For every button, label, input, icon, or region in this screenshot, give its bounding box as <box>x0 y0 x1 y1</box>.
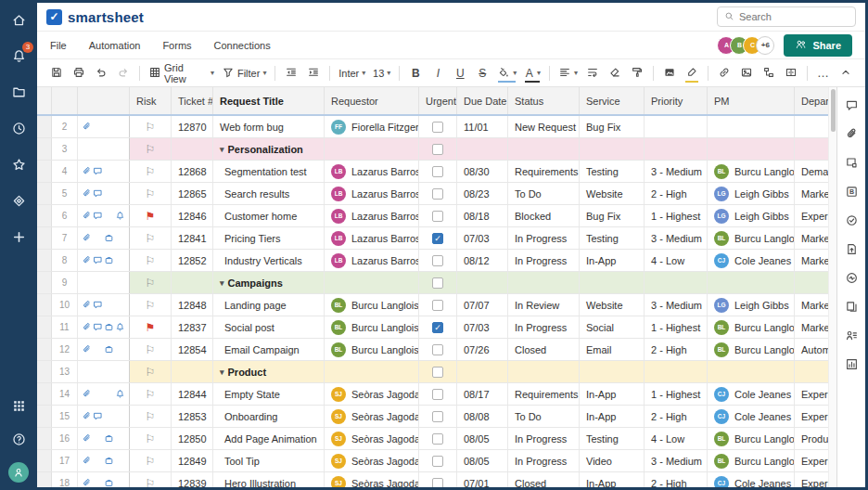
flag-outline-icon[interactable]: ⚐ <box>146 411 156 422</box>
request-title-cell[interactable]: Landing page <box>213 294 325 316</box>
collapse-toolbar-button[interactable] <box>836 63 856 84</box>
flag-outline-icon[interactable]: ⚐ <box>146 122 156 133</box>
urgent-checkbox[interactable] <box>419 183 457 204</box>
flag-outline-icon[interactable]: ⚐ <box>146 300 156 311</box>
risk-flag[interactable]: ⚐ <box>130 161 172 182</box>
comment-icon[interactable] <box>92 411 103 421</box>
service-cell[interactable]: Bug Fix <box>580 116 645 137</box>
attachment-icon[interactable] <box>81 211 92 221</box>
proof-icon[interactable] <box>104 456 115 466</box>
search-input[interactable] <box>739 11 849 22</box>
folder-icon[interactable] <box>8 82 29 102</box>
risk-flag[interactable]: ⚐ <box>130 339 172 360</box>
service-cell[interactable]: Testing <box>580 428 645 449</box>
flag-outline-icon[interactable]: ⚐ <box>146 166 156 177</box>
service-cell[interactable]: Social <box>580 316 645 338</box>
align-button[interactable]: ▾ <box>555 63 581 84</box>
bell-icon[interactable]: 3 <box>8 45 29 66</box>
view-switcher[interactable]: Grid View ▾ <box>146 63 217 84</box>
due-date-cell[interactable] <box>457 361 508 382</box>
due-date-cell[interactable]: 07/03 <box>457 227 508 249</box>
due-date-cell[interactable]: 08/17 <box>457 383 508 405</box>
column-header-status[interactable]: Status <box>508 87 580 114</box>
requestor-cell[interactable]: LBLazarus Barros <box>325 183 419 204</box>
risk-flag[interactable]: ⚐ <box>130 428 172 449</box>
request-title-cell[interactable]: Email Campaign <box>213 339 325 360</box>
comment-icon[interactable] <box>92 300 103 310</box>
save-button[interactable] <box>46 63 67 84</box>
brandfolder-icon[interactable]: B <box>843 183 860 200</box>
requestor-cell[interactable]: LBLazarus Barros <box>325 250 419 271</box>
flag-outline-icon[interactable]: ⚐ <box>146 478 156 488</box>
pm-cell[interactable]: BLBurcu Langlois <box>708 161 795 182</box>
row-number[interactable]: 10 <box>52 294 78 316</box>
risk-flag[interactable]: ⚐ <box>130 250 172 271</box>
wrap-text-button[interactable] <box>582 63 603 84</box>
comment-icon[interactable] <box>92 166 103 176</box>
risk-flag[interactable]: ⚐ <box>130 116 172 137</box>
flag-outline-icon[interactable]: ⚐ <box>146 233 156 244</box>
ticket-number-cell[interactable]: 12852 <box>172 250 213 271</box>
priority-cell[interactable]: 2 - High <box>645 339 708 360</box>
undo-button[interactable] <box>91 63 111 84</box>
ticket-number-cell[interactable]: 12841 <box>172 227 213 249</box>
request-title-cell[interactable]: Customer home <box>213 205 325 226</box>
pm-cell[interactable]: LGLeigh Gibbs <box>708 183 795 204</box>
request-title-cell[interactable]: Hero Illustration <box>213 472 325 487</box>
hierarchy-button[interactable] <box>759 63 779 84</box>
checkbox-unchecked[interactable] <box>432 478 443 488</box>
format-painter-button[interactable] <box>627 63 647 84</box>
checkbox-unchecked[interactable] <box>432 433 443 445</box>
clock-icon[interactable] <box>8 118 29 138</box>
proof-icon[interactable] <box>104 322 115 332</box>
ticket-number-cell[interactable]: 12837 <box>172 316 213 338</box>
row-number[interactable]: 18 <box>52 472 78 487</box>
row-number[interactable]: 7 <box>52 227 78 249</box>
request-title-cell[interactable]: ▾Personalization <box>213 138 325 160</box>
urgent-checkbox[interactable] <box>419 161 457 182</box>
column-header-pm[interactable]: PM <box>708 87 795 114</box>
urgent-checkbox[interactable] <box>419 250 457 271</box>
pm-cell[interactable]: LGLeigh Gibbs <box>708 294 795 316</box>
risk-flag[interactable]: ⚐ <box>130 294 172 316</box>
request-title-cell[interactable]: ▾Product <box>213 361 325 382</box>
flag-outline-icon[interactable]: ⚐ <box>146 456 156 467</box>
row-number[interactable]: 4 <box>52 161 78 182</box>
pm-cell[interactable]: LGLeigh Gibbs <box>708 205 795 226</box>
due-date-cell[interactable] <box>457 272 508 293</box>
request-title-cell[interactable]: Pricing Tiers <box>213 227 325 249</box>
requestor-cell[interactable]: SJSeòras Jagoda <box>325 383 419 405</box>
attachment-icon[interactable] <box>81 389 92 399</box>
priority-cell[interactable]: 2 - High <box>645 183 708 204</box>
service-cell[interactable] <box>580 138 645 160</box>
urgent-checkbox[interactable] <box>419 450 457 471</box>
due-date-cell[interactable]: 08/05 <box>457 428 508 449</box>
checkbox-unchecked[interactable] <box>432 166 443 177</box>
checkbox-unchecked[interactable] <box>432 300 443 311</box>
ticket-number-cell[interactable]: 12868 <box>172 161 213 182</box>
comment-icon[interactable] <box>92 322 103 332</box>
attachment-icon[interactable] <box>81 478 92 487</box>
fill-color-button[interactable]: ▾ <box>494 63 519 84</box>
font-size-select[interactable]: 13 ▾ <box>370 63 393 84</box>
vertical-scrollbar[interactable] <box>828 87 836 487</box>
attachment-icon[interactable] <box>81 433 92 444</box>
status-cell[interactable]: Closed <box>508 339 580 360</box>
row-number[interactable]: 2 <box>52 116 78 137</box>
service-cell[interactable]: In-App <box>580 406 645 427</box>
pm-cell[interactable]: BLBurcu Langlois <box>708 428 795 449</box>
row-number[interactable]: 3 <box>52 138 78 160</box>
column-header-service[interactable]: Service <box>580 87 645 114</box>
activity-log-icon[interactable] <box>843 269 860 286</box>
request-title-cell[interactable]: Industry Verticals <box>213 250 325 271</box>
due-date-cell[interactable]: 08/08 <box>457 406 508 427</box>
pm-cell[interactable]: BLBurcu Langlois <box>708 227 795 249</box>
status-cell[interactable]: Requirements <box>508 383 580 405</box>
status-cell[interactable]: Blocked <box>508 205 580 226</box>
status-cell[interactable]: In Progress <box>508 450 580 471</box>
urgent-checkbox[interactable] <box>419 383 457 405</box>
status-cell[interactable]: Closed <box>508 472 580 487</box>
requestor-cell[interactable]: SJSeòras Jagoda <box>325 406 419 427</box>
pm-cell[interactable] <box>708 361 795 382</box>
requestor-cell[interactable]: LBLazarus Barros <box>325 227 419 249</box>
